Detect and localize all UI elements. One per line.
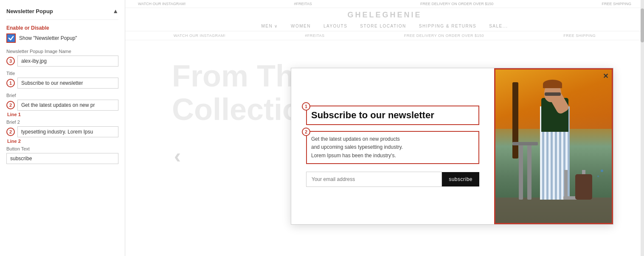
image-name-input[interactable] [17,56,118,67]
popup-title-text: Subscribe to our newsletter [311,110,474,121]
dot1 [601,170,603,172]
tree-trunk [512,82,518,159]
scrollbar[interactable] [641,0,644,256]
popup-title-num: 1 [302,102,310,111]
checkbox-label: Show "Newsletter Popup" [19,35,77,41]
title-num-circle: 1 [6,79,15,87]
checkbox-row: Show "Newsletter Popup" [6,33,118,43]
table-leg1 [519,145,523,200]
prev-arrow[interactable]: ‹ [174,144,181,167]
promo-center: #FREITAS [305,33,324,38]
brief2-num-circle: 2 [6,128,15,136]
site-promo: WATCH OUR INSTAGRAM! #FREITAS FREE DELIV… [125,31,644,40]
title-input[interactable] [17,78,118,89]
nav-shipping[interactable]: SHIPPING & RETURNS [419,24,476,28]
person-sunglasses [545,92,561,96]
popup-image [495,70,612,223]
right-area: WATCH OUR INSTAGRAM! #FREITAS FREE DELIV… [125,0,644,256]
popup-brief-box: 2 Get the latest updates on new products… [306,131,479,164]
left-panel: Newsletter Popup ▲ Enable or Disable Sho… [0,0,125,256]
popup-subscribe-button[interactable]: subscribe [442,172,479,186]
enable-disable-label: Enable or Disable [6,25,118,31]
topbar-right: FREE DELIVERY ON ORDER OVER $150 [420,2,493,6]
brief-field-label: Brief [6,93,118,98]
chair-leg1 [564,170,568,200]
brief2-input[interactable] [17,126,118,137]
panel-collapse-arrow[interactable]: ▲ [112,8,118,14]
table-top [512,142,538,145]
panel-header: Newsletter Popup ▲ [6,4,118,20]
promo-right: FREE DELIVERY ON ORDER OVER $150 [404,33,484,38]
nav-sale[interactable]: SALE... [489,24,508,28]
show-popup-checkbox[interactable] [6,33,16,43]
title-field-label: Title [6,71,118,76]
table-leg2 [527,145,532,200]
bag [575,174,592,200]
scrollbar-thumb[interactable] [641,8,644,42]
line2-label: Line 2 [7,139,118,144]
promo-right2: FREE SHIPPING [563,33,596,38]
popup-content-left: 1 Subscribe to our newsletter 2 Get the … [291,68,494,224]
topbar-right2: FREE SHIPPING [602,2,631,6]
image-field-label: Newsletter Popup Image Name [6,49,118,54]
popup-image-area: ✕ [494,68,613,224]
popup-email-row: subscribe [306,172,479,187]
button-field-label: Button Text [6,146,118,151]
popup-title-box: 1 Subscribe to our newsletter [306,106,479,125]
nav-women[interactable]: WOMEN [291,24,311,28]
site-nav: MEN ∨ WOMEN LAYOUTS STORE LOCATION SHIPP… [125,21,644,31]
site-logo: GHELEGHENIE [125,8,644,21]
popup-close-button[interactable]: ✕ [603,72,608,80]
nav-layouts[interactable]: LAYOUTS [323,24,347,28]
topbar-center: #FREITAS [294,2,312,6]
title-num-row: 1 [6,78,118,89]
line1-label: Line 1 [7,112,118,117]
ground [495,198,612,223]
brief-num-row: 2 [6,100,118,111]
popup-brief-text: Get the latest updates on new productsan… [311,135,474,160]
topbar-left: WATCH OUR INSTAGRAM! [138,2,186,6]
panel-title: Newsletter Popup [6,8,53,14]
newsletter-popup: 1 Subscribe to our newsletter 2 Get the … [291,68,613,225]
brief-input[interactable] [17,100,118,111]
brief2-num-row: 2 [6,126,118,137]
image-num-circle: 3 [6,57,15,65]
person-hair [543,80,562,88]
image-num-row: 3 [6,56,118,67]
promo-left: WATCH OUR INSTAGRAM! [174,33,225,38]
brief2-field-label: Brief 2 [6,120,118,125]
brief-num-circle: 2 [6,101,15,109]
nav-men[interactable]: MEN ∨ [261,24,278,28]
popup-brief-num: 2 [302,128,310,136]
popup-email-input[interactable] [306,172,442,187]
button-text-input[interactable] [6,153,118,164]
dot2 [597,175,599,177]
nav-store[interactable]: STORE LOCATION [360,24,406,28]
site-topbar: WATCH OUR INSTAGRAM! #FREITAS FREE DELIV… [125,0,644,8]
